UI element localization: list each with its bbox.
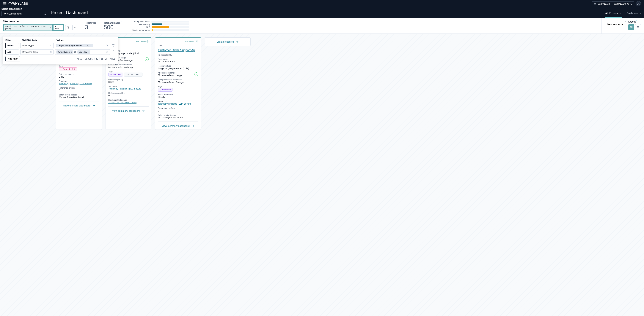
svg-point-3 (9, 2, 12, 5)
status-ok-icon (145, 57, 148, 61)
layout-list-button[interactable] (635, 24, 641, 30)
svg-rect-17 (637, 26, 639, 26)
date-from: 2024/12/18 (598, 2, 610, 5)
clear-values-icon[interactable]: ✕ (106, 44, 108, 47)
health-bar (152, 23, 189, 25)
filter-value-chip[interactable]: ENV:dev ✕ (78, 50, 90, 54)
svg-rect-16 (632, 27, 632, 28)
clear-field-icon[interactable]: ✕ (50, 51, 52, 53)
lineage-link[interactable]: 2024-10-31 to 2024-12-20 (108, 101, 136, 104)
filter-operator[interactable]: AND (6, 49, 19, 54)
resource-tag[interactable]: OwnedByBob (59, 67, 77, 71)
svg-rect-4 (594, 3, 596, 5)
svg-rect-13 (630, 26, 631, 27)
health-bar (152, 29, 189, 31)
sort-button[interactable] (72, 25, 78, 30)
create-resource-card[interactable]: Create resource (205, 37, 250, 46)
popover-values-header: Values (56, 39, 116, 42)
remove-value-icon[interactable]: ✕ (70, 51, 72, 53)
help-icon[interactable]: ? (636, 20, 637, 22)
org-label: Select organization (2, 8, 48, 10)
date-range-picker[interactable]: 2024/12/18 - 2024/12/20 UTC (592, 1, 634, 6)
status-ok-icon (194, 72, 198, 76)
resource-tag[interactable]: ENV:dev (108, 73, 123, 76)
esc-hint: 'ESC' CLOSES THE FILTER PANEL (77, 58, 116, 60)
filter-chips-input[interactable]: Model type is large language model (LLM)… (2, 24, 64, 31)
help-icon[interactable]: ? (96, 21, 98, 23)
org-select[interactable]: WhyLabs (org-0) (2, 11, 48, 16)
remove-chip-icon[interactable]: ✕ (50, 26, 51, 29)
filter-field-select[interactable]: Resource tags✕ (20, 49, 54, 55)
remove-value-icon[interactable]: ✕ (88, 51, 89, 53)
date-to: 2024/12/20 (614, 2, 626, 5)
shortcut-link[interactable]: Telemetry (158, 103, 168, 105)
health-label: Drift (128, 26, 150, 28)
svg-point-8 (638, 3, 639, 4)
clear-values-icon[interactable]: ✕ (106, 50, 108, 54)
shortcut-link[interactable]: LLM Secure (80, 82, 92, 85)
resources-count: 3 (85, 24, 98, 30)
shortcut-link[interactable]: Telemetry (59, 82, 68, 85)
svg-rect-18 (637, 27, 639, 27)
health-label: Model performance (128, 29, 150, 31)
filter-chip[interactable]: Model type is large language model (LLM)… (4, 24, 52, 30)
popover-field-header: Field/Attribute (22, 39, 55, 42)
view-summary-link[interactable]: View summary dashboard (59, 104, 99, 107)
filter-values-input[interactable]: OwnedByBob ✕ORENV:dev ✕✕ (55, 49, 110, 55)
filter-chip-more[interactable]: + 2 more (54, 25, 63, 30)
svg-rect-19 (637, 27, 639, 27)
new-resource-button[interactable]: New resource (605, 21, 626, 27)
svg-rect-14 (632, 26, 632, 27)
resource-id: ID: model-2325 (158, 54, 198, 56)
view-summary-link[interactable]: View summary dashboard (158, 124, 198, 127)
brand-logo: WHYLABS (8, 2, 28, 5)
filter-resources-label: Filter resources (2, 20, 78, 23)
user-avatar[interactable] (636, 1, 641, 6)
health-bar (152, 21, 189, 22)
layout-grid-button[interactable] (628, 24, 634, 30)
svg-rect-15 (630, 27, 631, 28)
anomalies-count: 500 (104, 24, 122, 30)
filter-value-chip[interactable]: OwnedByBob ✕ (56, 50, 73, 54)
nav-tab[interactable]: All Resources (605, 10, 622, 18)
view-summary-link[interactable]: View summary dashboard (108, 109, 148, 112)
filter-values-input[interactable]: Large language model (LLM) ✕✕ (55, 43, 110, 48)
filter-popover: Filter Field/Attribute Values WHERE Mode… (2, 36, 118, 64)
help-icon[interactable]: ? (121, 21, 122, 23)
resource-title[interactable]: Customer Order Support App… (158, 49, 198, 52)
resource-tag[interactable]: criticall… (124, 73, 142, 76)
resource-tag[interactable]: ENV:dev (158, 88, 172, 92)
shortcut-link[interactable]: Insights (70, 82, 78, 85)
filter-value-chip[interactable]: Large language model (LLM) ✕ (56, 44, 93, 47)
shortcut-link[interactable]: Insights (169, 103, 177, 105)
delete-filter-row[interactable] (111, 43, 116, 48)
clear-field-icon[interactable]: ✕ (50, 44, 52, 47)
svg-point-20 (61, 69, 61, 69)
health-label: Data quality (128, 23, 150, 25)
svg-marker-9 (67, 27, 69, 29)
shortcut-link[interactable]: Insights (120, 87, 127, 90)
remove-value-icon[interactable]: ✕ (90, 44, 92, 47)
health-bars: Integration health Data quality Drift Mo… (128, 20, 189, 31)
layout-label: Layout? (628, 20, 641, 23)
secured-badge: SECURED (158, 40, 198, 43)
timezone: UTC (627, 2, 632, 5)
health-bar (152, 26, 189, 28)
shortcut-link[interactable]: LLM Secure (129, 87, 141, 90)
resource-card: SECURED LLMCustomer Order Support App…ID… (155, 37, 201, 130)
shortcut-link[interactable]: LLM Secure (179, 103, 191, 105)
popover-filter-header: Filter (6, 39, 20, 42)
health-label: Integration health (128, 20, 150, 23)
page-title: Project Dashboard (51, 10, 88, 18)
filter-field-select[interactable]: Model type✕ (20, 43, 54, 48)
chevron-updown-icon (44, 12, 46, 15)
add-filter-button[interactable]: Add filter (6, 56, 20, 61)
delete-filter-row[interactable] (111, 50, 116, 54)
filter-toggle-button[interactable] (65, 25, 71, 30)
nav-tab[interactable]: Dashboards (626, 10, 641, 18)
resource-type-badge: LLM (158, 44, 198, 47)
hamburger-menu[interactable] (2, 0, 8, 7)
filter-operator[interactable]: WHERE (6, 43, 19, 48)
shortcut-link[interactable]: Telemetry (108, 87, 118, 90)
